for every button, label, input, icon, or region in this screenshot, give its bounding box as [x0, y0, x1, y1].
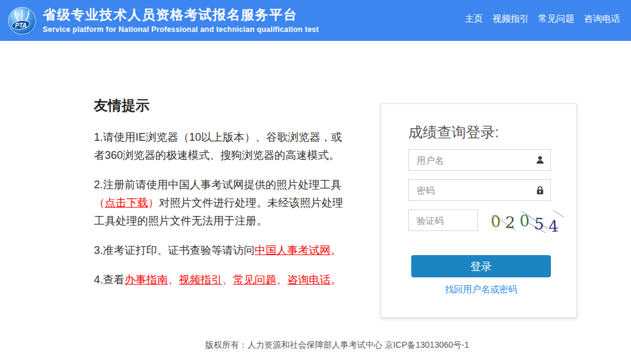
login-button[interactable]: 登录 — [411, 255, 551, 277]
logo-area: PTA 省级专业技术人员资格考试报名服务平台 Service platform … — [0, 7, 319, 35]
tip-2: 2.注册前请使用中国人事考试网提供的照片处理工具（点击下载）对照片文件进行处理。… — [94, 176, 349, 230]
captcha-row: 0 2 0 5 4 — [408, 209, 576, 233]
tip-1-text: 1.请使用IE浏览器（10以上版本）、谷歌浏览器，或者360浏览器的极速模式、搜… — [94, 131, 342, 161]
tip-4-separator: 、 — [168, 274, 179, 286]
login-panel: 成绩查询登录: — [381, 103, 577, 318]
copyright-text: 版权所有：人力资源和社会保障部人事考试中心 京ICP备13013060号-1 — [205, 340, 469, 350]
friendly-tips-section: 友情提示 1.请使用IE浏览器（10以上版本）、谷歌浏览器，或者360浏览器的极… — [94, 96, 349, 300]
tip-4-text-pre: 4.查看 — [94, 274, 125, 286]
header-bar: PTA 省级专业技术人员资格考试报名服务平台 Service platform … — [0, 0, 631, 41]
nav-phone[interactable]: 咨询电话 — [584, 13, 620, 25]
captcha-image[interactable]: 0 2 0 5 4 — [488, 210, 567, 233]
captcha-digit: 0 — [490, 211, 502, 232]
username-input[interactable] — [408, 149, 551, 171]
link-guide[interactable]: 办事指南 — [125, 274, 168, 286]
tip-4-separator: 、 — [276, 274, 287, 286]
link-faq[interactable]: 常见问题 — [233, 274, 276, 286]
captcha-input[interactable] — [408, 209, 478, 231]
tip-3-text-pre: 3.准考证打印、证书查验等请访问 — [94, 244, 255, 256]
nav-video-guide[interactable]: 视频指引 — [493, 13, 529, 25]
tip-1: 1.请使用IE浏览器（10以上版本）、谷歌浏览器，或者360浏览器的极速模式、搜… — [94, 128, 349, 164]
password-input[interactable] — [408, 179, 551, 201]
pta-logo-icon: PTA — [8, 7, 36, 35]
link-video-guide[interactable]: 视频指引 — [179, 274, 222, 286]
tip-2-text-pre: 2.注册前请使用中国人事考试网提供的照片处理工具 — [94, 179, 341, 191]
link-phone[interactable]: 咨询电话 — [287, 274, 331, 286]
tip-4-separator: 、 — [222, 274, 233, 286]
login-panel-inner: 成绩查询登录: — [381, 104, 576, 295]
tip-3: 3.准考证打印、证书查验等请访问中国人事考试网。 — [94, 241, 349, 259]
site-subtitle: Service platform for National Profession… — [43, 25, 319, 34]
header-nav: 主页 视频指引 常见问题 咨询电话 — [455, 13, 620, 25]
password-field-wrap — [408, 179, 551, 201]
tip-4: 4.查看办事指南、视频指引、常见问题、咨询电话。 — [94, 271, 349, 289]
captcha-field-wrap — [408, 209, 478, 231]
nav-home[interactable]: 主页 — [465, 13, 483, 25]
link-cpta-site[interactable]: 中国人事考试网 — [255, 244, 331, 256]
forgot-credentials-link[interactable]: 找回用户名或密码 — [411, 284, 551, 295]
tip-2-paren-close: ） — [148, 197, 159, 209]
tip-3-period: 。 — [331, 244, 341, 256]
nav-faq[interactable]: 常见问题 — [538, 13, 574, 25]
captcha-digit: 0 — [519, 211, 530, 232]
tips-heading: 友情提示 — [94, 96, 349, 115]
login-title: 成绩查询登录: — [408, 124, 576, 141]
site-title-block: 省级专业技术人员资格考试报名服务平台 Service platform for … — [43, 8, 319, 34]
username-field-wrap — [408, 149, 551, 171]
captcha-digit: 4 — [548, 216, 559, 233]
logo-text: PTA — [15, 22, 26, 28]
captcha-digit: 5 — [533, 213, 545, 233]
tip-2-paren-open: （ — [94, 197, 105, 209]
link-download[interactable]: 点击下载 — [105, 197, 148, 209]
tip-4-period: 。 — [331, 274, 341, 286]
captcha-digit: 2 — [505, 212, 515, 233]
site-title: 省级专业技术人员资格考试报名服务平台 — [43, 8, 319, 22]
captcha-digits: 0 2 0 5 4 — [491, 211, 561, 232]
footer: 版权所有：人力资源和社会保障部人事考试中心 京ICP备13013060号-1 — [0, 340, 631, 351]
